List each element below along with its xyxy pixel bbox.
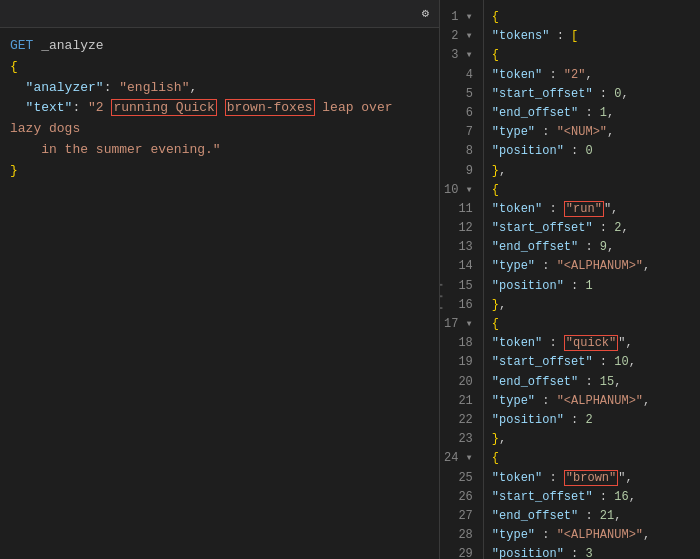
code-line-25: "token" : "brown"", [492,469,692,488]
line-number-26: 26 [444,488,477,507]
code-line-5: "start_offset" : 0, [492,85,692,104]
line-number-25: 25 [444,469,477,488]
line-number-12: 12 [444,219,477,238]
code-line-26: "start_offset" : 16, [492,488,692,507]
analyzer-value: "english" [119,80,189,95]
line-number-23: 23 [444,430,477,449]
code-content: { "tokens" : [ { "token" : "2", "start_o… [484,0,700,559]
code-line-16: }, [492,296,692,315]
right-panel: 1 ▾2 ▾3 ▾4 5 6 7 8 9 10 ▾11 12 13 14 15 … [440,0,700,559]
line-number-29: 29 [444,545,477,559]
code-line-4: "token" : "2", [492,66,692,85]
code-line-3: { [492,46,692,65]
code-line-19: "start_offset" : 10, [492,353,692,372]
right-content: 1 ▾2 ▾3 ▾4 5 6 7 8 9 10 ▾11 12 13 14 15 … [440,0,700,559]
line-number-4: 4 [444,66,477,85]
code-line-23: }, [492,430,692,449]
method-line: GET _analyze [10,36,429,57]
code-line-27: "end_offset" : 21, [492,507,692,526]
line-number-5: 5 [444,85,477,104]
code-line-17: { [492,315,692,334]
code-line-28: "type" : "<ALPHANUM>", [492,526,692,545]
line-number-14: 14 [444,257,477,276]
line-number-10: 10 ▾ [444,181,477,200]
line-number-3: 3 ▾ [444,46,477,65]
json-block: { "analyzer": "english", "text": "2 runn… [10,57,429,182]
close-brace: } [10,163,18,178]
header-icons: ⚙ [414,6,429,21]
code-line-14: "type" : "<ALPHANUM>", [492,257,692,276]
line-number-19: 19 [444,353,477,372]
left-code-area: GET _analyze { "analyzer": "english", "t… [0,28,439,559]
line-number-7: 7 [444,123,477,142]
code-line-20: "end_offset" : 15, [492,373,692,392]
line-number-8: 8 [444,142,477,161]
code-line-18: "token" : "quick"", [492,334,692,353]
line-number-22: 22 [444,411,477,430]
left-panel: ⚙ GET _analyze { "analyzer": "english", … [0,0,440,559]
wrench-icon[interactable]: ⚙ [422,6,429,21]
line-number-20: 20 [444,373,477,392]
line-number-6: 6 [444,104,477,123]
code-line-21: "type" : "<ALPHANUM>", [492,392,692,411]
line-number-18: 18 [444,334,477,353]
code-line-9: }, [492,162,692,181]
code-line-12: "start_offset" : 2, [492,219,692,238]
endpoint: _analyze [41,38,103,53]
text-field: "text": "2 running Quick brown-foxes lea… [10,99,393,136]
code-line-8: "position" : 0 [492,142,692,161]
running-quick-highlight: running Quick [111,99,216,116]
line-number-17: 17 ▾ [444,315,477,334]
open-brace: { [10,59,18,74]
code-line-7: "type" : "<NUM>", [492,123,692,142]
brown-foxes-highlight: brown-foxes [225,99,315,116]
code-line-11: "token" : "run"", [492,200,692,219]
code-line-15: "position" : 1 [492,277,692,296]
code-line-24: { [492,449,692,468]
text-continuation: in the summer evening." [10,142,221,157]
line-number-21: 21 [444,392,477,411]
line-number-24: 24 ▾ [444,449,477,468]
code-line-2: "tokens" : [ [492,27,692,46]
code-line-10: { [492,181,692,200]
code-line-1: { [492,8,692,27]
line-number-28: 28 [444,526,477,545]
line-number-2: 2 ▾ [444,27,477,46]
analyzer-field: "analyzer": "english", [10,80,197,95]
line-number-9: 9 [444,162,477,181]
line-number-27: 27 [444,507,477,526]
analyzer-key: "analyzer" [26,80,104,95]
code-line-13: "end_offset" : 9, [492,238,692,257]
code-line-6: "end_offset" : 1, [492,104,692,123]
code-line-29: "position" : 3 [492,545,692,559]
http-method: GET [10,38,33,53]
code-line-22: "position" : 2 [492,411,692,430]
line-number-11: 11 [444,200,477,219]
text-key: "text" [26,100,73,115]
line-number-1: 1 ▾ [444,8,477,27]
line-number-13: 13 [444,238,477,257]
left-header: ⚙ [0,0,439,28]
panel-divider: ··· [432,280,450,315]
